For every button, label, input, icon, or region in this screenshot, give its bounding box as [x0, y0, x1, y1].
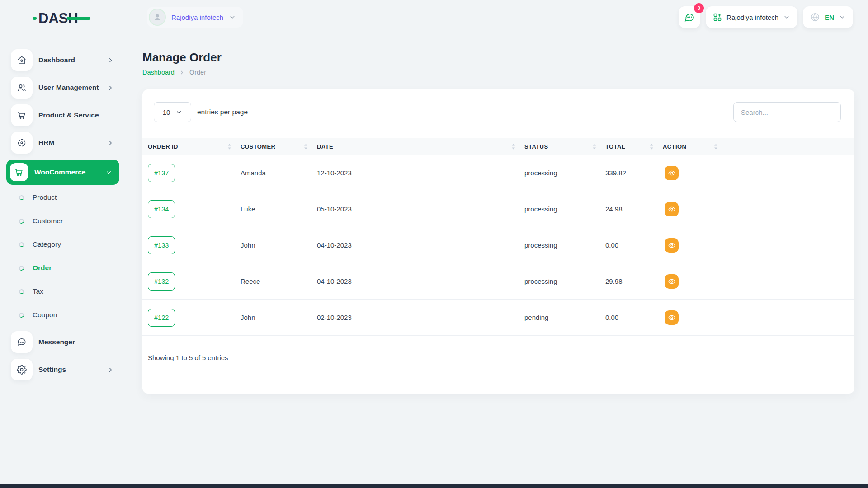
- search-input[interactable]: [733, 102, 841, 122]
- table-row: #134Luke05-10-2023processing24.98: [142, 191, 854, 227]
- submenu-bullet-icon: [19, 312, 24, 318]
- column-header-order-id[interactable]: ORDER ID: [148, 138, 241, 155]
- language-dropdown[interactable]: EN: [803, 6, 853, 28]
- home-icon: [11, 49, 33, 71]
- order-id-badge[interactable]: #137: [148, 164, 175, 182]
- entries-per-page-select[interactable]: 10: [154, 102, 191, 122]
- logo-dot: [33, 17, 37, 20]
- header-filler: [727, 138, 854, 155]
- sidebar-item-user-management[interactable]: User Management: [11, 77, 114, 99]
- chevron-down-icon: [839, 14, 846, 21]
- sidebar-subitem-customer[interactable]: Customer: [11, 209, 129, 233]
- action-cell: [663, 274, 727, 289]
- orders-table: ORDER IDCUSTOMERDATESTATUSTOTALACTION #1…: [142, 138, 854, 336]
- chevron-right-icon: [107, 140, 114, 146]
- sort-icon: [304, 144, 308, 150]
- table-controls: 10 entries per page: [142, 89, 854, 122]
- topbar-right-cluster: 0 Rajodiya infotech EN: [679, 6, 853, 28]
- chevron-right-icon: [179, 70, 185, 75]
- sidebar-subitem-product[interactable]: Product: [11, 186, 129, 209]
- sidebar-item-settings[interactable]: Settings: [11, 359, 114, 380]
- column-header-label: DATE: [317, 143, 333, 150]
- sidebar-subitem-order[interactable]: Order: [11, 256, 129, 280]
- logo-dash: [67, 17, 90, 20]
- page-title: Manage Order: [142, 51, 854, 65]
- column-header-action[interactable]: ACTION: [663, 138, 727, 155]
- company-name: Rajodiya infotech: [726, 14, 778, 21]
- action-cell: [663, 238, 727, 253]
- sidebar-subitem-coupon[interactable]: Coupon: [11, 303, 129, 327]
- customer-cell: Reece: [241, 277, 317, 285]
- column-header-date[interactable]: DATE: [317, 138, 524, 155]
- status-cell: processing: [524, 277, 605, 285]
- messages-button[interactable]: 0: [679, 6, 700, 28]
- table-row: #132Reece04-10-2023processing29.98: [142, 263, 854, 300]
- view-order-button[interactable]: [665, 274, 679, 289]
- order-id-badge[interactable]: #133: [148, 236, 175, 254]
- breadcrumb-dashboard-link[interactable]: Dashboard: [142, 69, 175, 76]
- view-order-button[interactable]: [665, 166, 679, 180]
- cart-icon: [10, 163, 28, 181]
- sidebar-item-messenger[interactable]: Messenger: [11, 331, 114, 353]
- sidebar-subitem-label: Category: [33, 240, 61, 249]
- sort-icon: [511, 144, 515, 150]
- order-id-badge[interactable]: #132: [148, 272, 175, 291]
- order-id-cell: #122: [148, 309, 241, 327]
- sidebar-item-dashboard[interactable]: Dashboard: [11, 49, 114, 71]
- sidebar-item-label: Settings: [38, 366, 101, 374]
- order-id-badge[interactable]: #122: [148, 309, 175, 327]
- column-header-total[interactable]: TOTAL: [605, 138, 663, 155]
- order-id-cell: #132: [148, 272, 241, 291]
- status-cell: processing: [524, 169, 605, 177]
- column-header-customer[interactable]: CUSTOMER: [241, 138, 317, 155]
- sidebar-item-label: Dashboard: [38, 56, 101, 64]
- action-cell: [663, 310, 727, 325]
- sort-icon: [650, 144, 654, 150]
- cart-icon: [11, 104, 33, 126]
- view-order-button[interactable]: [665, 238, 679, 253]
- customer-cell: Luke: [241, 205, 317, 213]
- order-id-badge[interactable]: #134: [148, 200, 175, 218]
- chevron-down-icon: [105, 169, 112, 176]
- hrm-icon: [11, 132, 33, 154]
- sidebar-item-label: WooCommerce: [34, 168, 99, 176]
- total-cell: 24.98: [605, 205, 663, 213]
- sidebar-item-hrm[interactable]: HRM: [11, 132, 114, 154]
- sidebar-subitem-label: Coupon: [33, 311, 57, 319]
- sidebar-item-woocommerce[interactable]: WooCommerce: [6, 160, 119, 185]
- sidebar-subitem-label: Customer: [33, 217, 63, 225]
- sidebar-subitem-category[interactable]: Category: [11, 233, 129, 256]
- grid-plus-icon: [713, 13, 722, 22]
- sidebar-item-label: User Management: [38, 84, 101, 92]
- total-cell: 0.00: [605, 314, 663, 321]
- sidebar-subitem-label: Order: [33, 264, 52, 272]
- column-header-status[interactable]: STATUS: [524, 138, 605, 155]
- column-header-label: ORDER ID: [148, 143, 178, 150]
- table-row: #122John02-10-2023pending0.00: [142, 300, 854, 336]
- column-header-label: CUSTOMER: [241, 143, 275, 150]
- sidebar-item-product-service[interactable]: Product & Service: [11, 104, 114, 126]
- date-cell: 04-10-2023: [317, 241, 524, 249]
- total-cell: 0.00: [605, 241, 663, 249]
- submenu-bullet-icon: [19, 265, 24, 271]
- sort-icon: [714, 144, 718, 150]
- total-cell: 339.82: [605, 169, 663, 177]
- chevron-right-icon: [107, 57, 114, 64]
- sort-icon: [592, 144, 596, 150]
- workspace-dropdown[interactable]: Rajodiya infotech: [147, 7, 243, 28]
- action-cell: [663, 202, 727, 216]
- entries-per-page-label: entries per page: [197, 108, 248, 116]
- total-cell: 29.98: [605, 277, 663, 285]
- submenu-bullet-icon: [19, 241, 24, 247]
- company-dropdown[interactable]: Rajodiya infotech: [706, 6, 797, 28]
- sidebar-item-label: Messenger: [38, 338, 114, 346]
- workspace-name: Rajodiya infotech: [171, 14, 223, 21]
- sidebar-subitem-tax[interactable]: Tax: [11, 280, 129, 303]
- breadcrumb-current: Order: [189, 69, 206, 76]
- dash-logo[interactable]: DASH: [33, 9, 96, 27]
- view-order-button[interactable]: [665, 202, 679, 216]
- sidebar-item-label: HRM: [38, 139, 101, 147]
- sidebar: DashboardUser ManagementProduct & Servic…: [0, 34, 129, 386]
- customer-cell: John: [241, 241, 317, 249]
- view-order-button[interactable]: [665, 310, 679, 325]
